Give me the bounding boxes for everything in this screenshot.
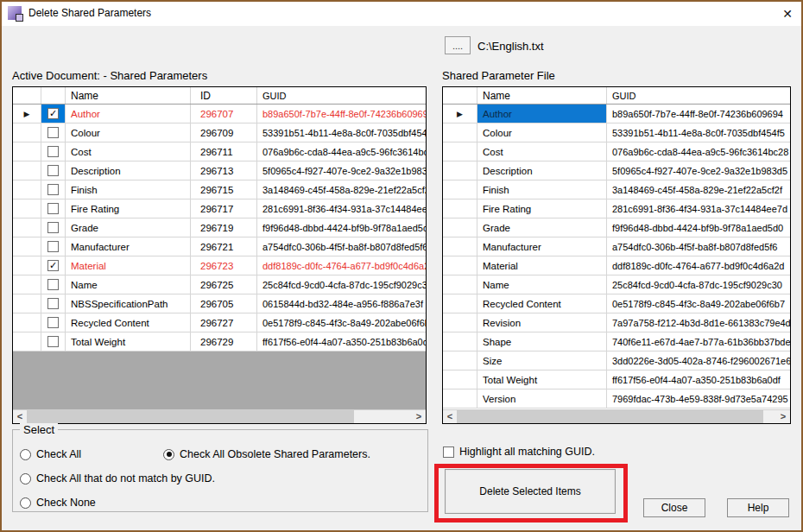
checkbox-icon[interactable] xyxy=(443,446,454,458)
row-selector-cell[interactable] xyxy=(13,332,41,351)
param-guid-cell[interactable]: 740f6e11-e67d-4ae7-b77a-61b36bb37bde xyxy=(607,332,790,351)
row-checkbox-cell[interactable]: ✓ xyxy=(41,256,66,275)
row-checkbox-cell[interactable] xyxy=(41,314,66,332)
radio-check-all[interactable]: Check All xyxy=(20,448,81,460)
table-row[interactable]: ▶✓Author296707b89a650f-7b7e-44ff-8e0f-74… xyxy=(13,104,426,124)
param-guid-cell[interactable]: 3a148469-c45f-458a-829e-21ef22a5cf2f xyxy=(607,180,790,199)
param-id-cell[interactable]: 296711 xyxy=(191,142,257,161)
table-row[interactable]: ▶Authorb89a650f-7b7e-44ff-8e0f-74236b609… xyxy=(443,104,790,124)
row-selector-cell[interactable] xyxy=(443,180,477,199)
table-row[interactable]: Name29672525c84fcd-9cd0-4cfa-87dc-195cf9… xyxy=(13,276,426,294)
radio-check-all-no-match-guid[interactable]: Check All that do not match by GUID. xyxy=(20,472,215,484)
row-selector-cell[interactable] xyxy=(443,332,477,351)
radio-check-all-obsolete[interactable]: Check All Obsolete Shared Parameters. xyxy=(163,448,370,460)
table-row[interactable]: Materialddf8189c-d0fc-4764-a677-bd9f0c4d… xyxy=(443,256,790,276)
table-row[interactable]: Total Weightff617f56-e0f4-4a07-a350-251b… xyxy=(443,370,790,390)
table-row[interactable]: Gradef9f96d48-dbbd-4424-bf9b-9f78a1aed5d… xyxy=(443,218,790,238)
scroll-left-icon[interactable]: < xyxy=(443,410,457,423)
param-guid-cell[interactable]: 281c6991-8f36-4f34-931a-37c14484ee7d xyxy=(257,200,426,218)
param-guid-cell[interactable]: 5f0965c4-f927-407e-9ce2-9a32e1b983d5 xyxy=(607,162,790,180)
header-name-column[interactable]: Name xyxy=(66,87,191,104)
table-row[interactable]: Finish3a148469-c45f-458a-829e-21ef22a5cf… xyxy=(443,180,790,200)
param-guid-cell[interactable]: ff617f56-e0f4-4a07-a350-251b83b6a0df xyxy=(257,332,426,351)
scroll-right-icon[interactable]: > xyxy=(412,410,426,423)
row-selector-cell[interactable] xyxy=(443,294,477,313)
row-selector-cell[interactable] xyxy=(443,162,477,180)
table-row[interactable]: Shape740f6e11-e67d-4ae7-b77a-61b36bb37bd… xyxy=(443,332,790,352)
param-id-cell[interactable]: 296727 xyxy=(191,314,257,332)
param-guid-cell[interactable]: 7a97a758-f212-4b3d-8d1e-661383c79e4d xyxy=(607,314,790,332)
param-name-cell[interactable]: Colour xyxy=(66,124,191,142)
param-guid-cell[interactable]: 5f0965c4-f927-407e-9ce2-9a32e1b983d5 xyxy=(257,162,426,180)
param-name-cell[interactable]: Manufacturer xyxy=(66,238,191,256)
table-row[interactable]: Grade296719f9f96d48-dbbd-4424-bf9b-9f78a… xyxy=(13,218,426,238)
param-guid-cell[interactable]: 7969fdac-473b-4e59-838f-9d73e5a74295 xyxy=(607,390,790,408)
row-checkbox-cell[interactable] xyxy=(41,124,66,142)
table-row[interactable]: Fire Rating281c6991-8f36-4f34-931a-37c14… xyxy=(443,200,790,218)
row-selector-cell[interactable] xyxy=(13,238,41,256)
table-row[interactable]: Manufacturer296721a754dfc0-306b-4f5f-ba8… xyxy=(13,238,426,256)
param-guid-cell[interactable]: f9f96d48-dbbd-4424-bf9b-9f78a1aed5d0 xyxy=(607,218,790,237)
param-id-cell[interactable]: 296723 xyxy=(191,256,257,275)
param-guid-cell[interactable]: 0e5178f9-c845-4f3c-8a49-202abe06f6b7 xyxy=(257,314,426,332)
param-id-cell[interactable]: 296721 xyxy=(191,238,257,256)
param-guid-cell[interactable]: 25c84fcd-9cd0-4cfa-87dc-195cf9029c30 xyxy=(607,276,790,294)
param-name-cell[interactable]: Finish xyxy=(477,180,607,199)
param-guid-cell[interactable]: 53391b51-4b11-4e8a-8c0f-7035dbf454f5 xyxy=(257,124,426,142)
param-name-cell[interactable]: Fire Rating xyxy=(477,200,607,218)
param-guid-cell[interactable]: 25c84fcd-9cd0-4cfa-87dc-195cf9029c30 xyxy=(257,276,426,294)
row-checkbox-cell[interactable] xyxy=(41,142,66,161)
param-name-cell[interactable]: NBSSpecificationPath xyxy=(66,294,191,313)
param-name-cell[interactable]: Colour xyxy=(477,124,607,142)
horizontal-scrollbar[interactable]: < > xyxy=(13,409,426,423)
param-id-cell[interactable]: 296709 xyxy=(191,124,257,142)
checkbox-unchecked-icon[interactable] xyxy=(47,279,59,290)
param-id-cell[interactable]: 296715 xyxy=(191,180,257,199)
param-name-cell[interactable]: Grade xyxy=(66,218,191,237)
param-name-cell[interactable]: Description xyxy=(66,162,191,180)
table-row[interactable]: Manufacturera754dfc0-306b-4f5f-ba8f-b807… xyxy=(443,238,790,256)
param-name-cell[interactable]: Cost xyxy=(477,142,607,161)
row-checkbox-cell[interactable] xyxy=(41,218,66,237)
header-guid-column[interactable]: GUID xyxy=(257,87,426,104)
param-id-cell[interactable]: 296705 xyxy=(191,294,257,313)
param-guid-cell[interactable]: 281c6991-8f36-4f34-931a-37c14484ee7d xyxy=(607,200,790,218)
row-checkbox-cell[interactable] xyxy=(41,276,66,294)
checkbox-unchecked-icon[interactable] xyxy=(47,203,59,214)
table-row[interactable]: Finish2967153a148469-c45f-458a-829e-21ef… xyxy=(13,180,426,200)
row-selector-cell[interactable] xyxy=(443,124,477,142)
highlight-matching-guid-option[interactable]: Highlight all matching GUID. xyxy=(443,446,595,458)
table-row[interactable]: Cost076a9b6c-cda8-44ea-a9c5-96fc3614bc28 xyxy=(443,142,790,162)
row-checkbox-cell[interactable] xyxy=(41,238,66,256)
param-id-cell[interactable]: 296713 xyxy=(191,162,257,180)
row-selector-cell[interactable] xyxy=(443,390,477,408)
row-selector-cell[interactable] xyxy=(443,352,477,370)
param-name-cell[interactable]: Description xyxy=(477,162,607,180)
scrollbar-thumb[interactable] xyxy=(27,410,354,423)
row-selector-cell[interactable] xyxy=(443,370,477,389)
param-name-cell[interactable]: Total Weight xyxy=(477,370,607,389)
param-guid-cell[interactable]: 0e5178f9-c845-4f3c-8a49-202abe06f6b7 xyxy=(607,294,790,313)
row-checkbox-cell[interactable] xyxy=(41,332,66,351)
param-guid-cell[interactable]: 3a148469-c45f-458a-829e-21ef22a5cf2f xyxy=(257,180,426,199)
row-checkbox-cell[interactable] xyxy=(41,294,66,313)
table-row[interactable]: Recycled Content0e5178f9-c845-4f3c-8a49-… xyxy=(443,294,790,314)
row-checkbox-cell[interactable] xyxy=(41,180,66,199)
row-selector-cell[interactable] xyxy=(443,200,477,218)
close-icon[interactable]: ✕ xyxy=(778,5,797,22)
param-guid-cell[interactable]: a754dfc0-306b-4f5f-ba8f-b807d8fed5f6 xyxy=(257,238,426,256)
param-guid-cell[interactable]: 076a9b6c-cda8-44ea-a9c5-96fc3614bc28 xyxy=(607,142,790,161)
checkbox-checked-icon[interactable]: ✓ xyxy=(47,260,59,271)
horizontal-scrollbar[interactable]: < > xyxy=(443,409,790,423)
param-id-cell[interactable]: 296729 xyxy=(191,332,257,351)
param-name-cell[interactable]: Material xyxy=(66,256,191,275)
help-button[interactable]: Help xyxy=(727,498,789,517)
param-name-cell[interactable]: Cost xyxy=(66,142,191,161)
row-selector-cell[interactable] xyxy=(13,200,41,218)
row-checkbox-cell[interactable] xyxy=(41,200,66,218)
row-selector-cell[interactable] xyxy=(443,256,477,275)
table-row[interactable]: Size3dd0226e-3d05-402a-8746-f296002671e6 xyxy=(443,352,790,370)
checkbox-unchecked-icon[interactable] xyxy=(47,241,59,252)
table-row[interactable]: Description2967135f0965c4-f927-407e-9ce2… xyxy=(13,162,426,180)
row-selector-cell[interactable] xyxy=(443,238,477,256)
